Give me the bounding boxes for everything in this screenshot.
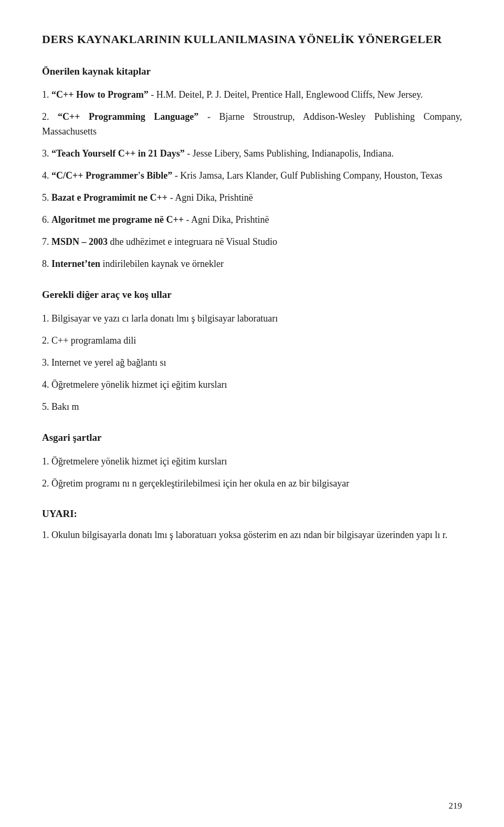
book-item-4: 4. “C/C++ Programmer's Bible” - Kris Jam… (42, 169, 462, 183)
min-req-item-1: 1. Öğretmelere yönelik hizmet içi eğitim… (42, 454, 462, 469)
section2: Gerekli diğer araç ve koş ullar 1. Bilgi… (42, 288, 462, 414)
book-rest-3: - Jesse Libery, Sams Publishing, Indiana… (185, 148, 394, 159)
page-number: 219 (449, 801, 463, 811)
section2-heading: Gerekli diğer araç ve koş ullar (42, 288, 462, 302)
book-bold-2: “C++ Programming Language” (58, 111, 198, 122)
tool-item-5: 5. Bakı m (42, 400, 462, 415)
books-list: 1. “C++ How to Program” - H.M. Deitel, P… (42, 88, 462, 271)
tool-item-2: 2. C++ programlama dili (42, 334, 462, 348)
book-number-6: 6. (42, 214, 51, 225)
book-number-8: 8. (42, 259, 51, 269)
book-rest-6: - Agni Dika, Prishtinë (184, 214, 269, 225)
section1-heading: Önerilen kaynak kitaplar (42, 65, 462, 79)
book-number-5: 5. (42, 192, 51, 203)
book-rest-7: dhe udhëzimet e integruara në Visual Stu… (108, 236, 277, 247)
warning-section: UYARI: 1. Okulun bilgisayarla donatı lmı… (42, 508, 462, 543)
book-bold-3: “Teach Yourself C++ in 21 Days” (51, 148, 185, 159)
tool-item-4: 4. Öğretmelere yönelik hizmet içi eğitim… (42, 378, 462, 392)
min-req-list: 1. Öğretmelere yönelik hizmet içi eğitim… (42, 454, 462, 491)
book-item-3: 3. “Teach Yourself C++ in 21 Days” - Jes… (42, 147, 462, 161)
book-item-2: 2. “C++ Programming Language” - Bjarne S… (42, 110, 462, 139)
book-bold-6: Algoritmet me programe në C++ (51, 214, 184, 225)
book-number-3: 3. (42, 148, 51, 159)
book-item-8: 8. Internet’ten indirilebilen kaynak ve … (42, 257, 462, 272)
book-rest-8: indirilebilen kaynak ve örnekler (100, 259, 224, 269)
book-bold-7: MSDN – 2003 (51, 236, 108, 247)
book-bold-4: “C/C++ Programmer's Bible” (51, 170, 172, 181)
book-number-7: 7. (42, 236, 51, 247)
warning-heading: UYARI: (42, 508, 462, 520)
main-title: DERS KAYNAKLARININ KULLANILMASINA YÖNELİ… (42, 32, 462, 48)
min-req-item-2: 2. Öğretim programı nı n gerçekleştirile… (42, 477, 462, 491)
book-rest-1: - H.M. Deitel, P. J. Deitel, Prentice Ha… (149, 89, 423, 100)
section3-heading: Asgari şartlar (42, 431, 462, 445)
tool-item-3: 3. Internet ve yerel ağ bağlantı sı (42, 356, 462, 370)
tools-list: 1. Bilgisayar ve yazı cı larla donatı lm… (42, 312, 462, 414)
book-number-4: 4. (42, 170, 51, 181)
book-bold-5: Bazat e Programimit ne C++ (51, 192, 167, 203)
book-item-5: 5. Bazat e Programimit ne C++ - Agni Dik… (42, 191, 462, 205)
tool-item-1: 1. Bilgisayar ve yazı cı larla donatı lm… (42, 312, 462, 326)
warning-item-1: 1. Okulun bilgisayarla donatı lmı ş labo… (42, 528, 462, 543)
book-item-1: 1. “C++ How to Program” - H.M. Deitel, P… (42, 88, 462, 102)
book-item-6: 6. Algoritmet me programe në C++ - Agni … (42, 213, 462, 228)
book-item-7: 7. MSDN – 2003 dhe udhëzimet e integruar… (42, 235, 462, 250)
section3: Asgari şartlar 1. Öğretmelere yönelik hi… (42, 431, 462, 491)
book-number-2: 2. (42, 111, 58, 122)
book-rest-4: - Kris Jamsa, Lars Klander, Gulf Publish… (172, 170, 442, 181)
book-bold-1: “C++ How to Program” (51, 89, 149, 100)
book-bold-8: Internet’ten (51, 259, 100, 269)
warning-list: 1. Okulun bilgisayarla donatı lmı ş labo… (42, 528, 462, 543)
page-container: DERS KAYNAKLARININ KULLANILMASINA YÖNELİ… (0, 0, 504, 827)
book-number-1: 1. (42, 89, 51, 100)
book-rest-5: - Agni Dika, Prishtinë (167, 192, 253, 203)
